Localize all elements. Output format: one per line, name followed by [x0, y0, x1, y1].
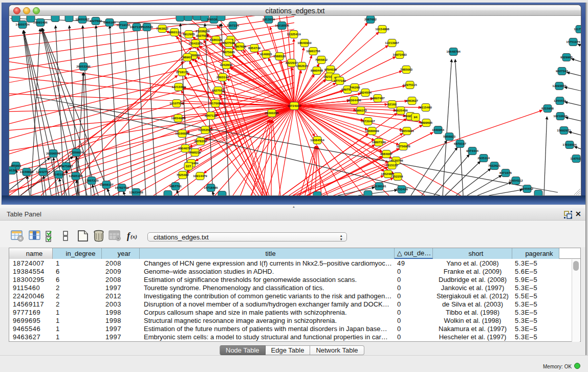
svg-text:12923468: 12923468: [129, 190, 143, 194]
svg-text:917006: 917006: [210, 101, 221, 105]
svg-text:17016504: 17016504: [562, 143, 577, 146]
svg-text:1244419: 1244419: [554, 99, 567, 102]
svg-text:7463822: 7463822: [156, 27, 169, 30]
svg-text:19654923: 19654923: [400, 129, 414, 133]
svg-text:12505185: 12505185: [69, 174, 83, 178]
svg-text:11325419: 11325419: [287, 32, 301, 36]
svg-text:15720407: 15720407: [361, 119, 375, 123]
svg-text:1362615: 1362615: [296, 64, 309, 68]
svg-text:10688609: 10688609: [365, 129, 379, 133]
svg-text:16648784: 16648784: [446, 50, 461, 53]
svg-text:20206576: 20206576: [46, 151, 60, 155]
svg-text:8912955: 8912955: [183, 32, 195, 36]
svg-text:9463627: 9463627: [406, 99, 419, 102]
svg-text:19654985: 19654985: [171, 116, 185, 120]
svg-text:9474444: 9474444: [466, 149, 479, 152]
svg-text:3675685: 3675685: [223, 50, 235, 54]
svg-text:12213369: 12213369: [171, 85, 186, 89]
svg-text:20091406: 20091406: [33, 20, 48, 24]
svg-text:10958107: 10958107: [99, 183, 114, 186]
svg-text:10107553: 10107553: [169, 101, 184, 105]
svg-text:98961: 98961: [183, 55, 192, 59]
svg-text:2867608: 2867608: [234, 45, 247, 48]
svg-text:8813054: 8813054: [263, 17, 275, 21]
svg-text:12353594: 12353594: [198, 128, 212, 132]
svg-text:1117544: 1117544: [574, 27, 581, 31]
svg-text:10973493: 10973493: [393, 53, 407, 56]
svg-text:2718176: 2718176: [176, 70, 189, 74]
svg-text:10914479: 10914479: [193, 174, 207, 178]
svg-text:8267130: 8267130: [205, 114, 217, 117]
svg-text:19046786: 19046786: [178, 146, 192, 150]
svg-text:14136141: 14136141: [372, 184, 386, 188]
svg-text:327: 327: [186, 164, 191, 168]
svg-text:8990448: 8990448: [311, 69, 323, 72]
svg-text:9660124: 9660124: [168, 30, 181, 34]
svg-text:7986372: 7986372: [355, 108, 367, 112]
svg-text:10543352: 10543352: [188, 41, 203, 45]
svg-text:1588520: 1588520: [273, 54, 286, 58]
svg-text:12975115: 12975115: [403, 83, 417, 86]
svg-text:20364436: 20364436: [347, 98, 361, 102]
svg-text:1527602: 1527602: [90, 19, 102, 23]
svg-text:10756928: 10756928: [396, 144, 410, 148]
svg-text:39139: 39139: [9, 168, 16, 172]
svg-text:6466160: 6466160: [103, 20, 116, 24]
svg-text:3824554: 3824554: [359, 91, 372, 94]
svg-text:16154808: 16154808: [375, 27, 389, 31]
svg-text:9146821: 9146821: [260, 52, 273, 56]
svg-text:10807487: 10807487: [371, 96, 385, 100]
svg-text:18807249: 18807249: [372, 140, 386, 144]
svg-text:14055724: 14055724: [15, 23, 30, 26]
svg-text:12093873: 12093873: [552, 84, 567, 87]
svg-text:6794028: 6794028: [324, 68, 337, 71]
svg-text:5958923: 5958923: [443, 135, 456, 138]
svg-text:2935114: 2935114: [477, 156, 490, 160]
svg-text:9857791: 9857791: [169, 184, 182, 188]
svg-text:10655287: 10655287: [75, 17, 90, 21]
svg-text:1167533: 1167533: [570, 157, 581, 160]
svg-text:8215958: 8215958: [541, 106, 554, 110]
svg-text:9115460: 9115460: [420, 105, 432, 109]
svg-text:90975867: 90975867: [59, 164, 73, 168]
svg-text:19218506: 19218506: [275, 24, 289, 27]
svg-text:1640954: 1640954: [432, 128, 445, 132]
svg-text:9899695: 9899695: [420, 121, 433, 124]
svg-text:2087682: 2087682: [364, 17, 377, 21]
svg-text:6879197: 6879197: [454, 142, 467, 145]
svg-text:9084067: 9084067: [380, 152, 393, 156]
svg-text:7632621: 7632621: [488, 164, 501, 167]
svg-text:9227343: 9227343: [556, 69, 569, 73]
svg-text:2803144: 2803144: [216, 75, 229, 79]
svg-text:9329965: 9329965: [560, 55, 573, 59]
svg-text:16782759: 16782759: [115, 186, 129, 189]
svg-text:10961758: 10961758: [306, 49, 320, 53]
svg-text:18640910: 18640910: [297, 41, 312, 45]
svg-text:1733426: 1733426: [396, 187, 408, 191]
svg-text:17359924: 17359924: [69, 150, 83, 154]
svg-text:8454749: 8454749: [248, 46, 261, 50]
svg-text:7357224: 7357224: [227, 24, 239, 27]
svg-text:9327503: 9327503: [196, 34, 209, 37]
svg-text:1615152: 1615152: [386, 163, 399, 167]
svg-text:19166825: 19166825: [175, 132, 189, 135]
svg-text:15692971: 15692971: [557, 128, 571, 132]
svg-text:15751074: 15751074: [566, 40, 580, 43]
svg-text:16210643: 16210643: [553, 114, 568, 118]
svg-text:17957225: 17957225: [84, 179, 99, 182]
svg-text:26053346: 26053346: [76, 64, 91, 68]
svg-text:19384554: 19384554: [310, 138, 324, 142]
svg-text:10025458: 10025458: [394, 108, 408, 112]
svg-text:8427552: 8427552: [212, 89, 225, 92]
svg-text:10654112: 10654112: [509, 179, 523, 182]
svg-text:9777169: 9777169: [334, 79, 346, 82]
svg-text:9327508: 9327508: [223, 41, 235, 45]
svg-text:8471676: 8471676: [499, 171, 512, 174]
svg-text:12942757: 12942757: [36, 170, 50, 173]
svg-text:252254: 252254: [393, 174, 403, 178]
svg-text:10719155: 10719155: [116, 23, 130, 27]
svg-text:7515520: 7515520: [141, 25, 154, 29]
svg-text:3498222: 3498222: [189, 150, 202, 154]
svg-text:7485063: 7485063: [400, 68, 413, 71]
svg-text:8678352: 8678352: [194, 139, 207, 143]
